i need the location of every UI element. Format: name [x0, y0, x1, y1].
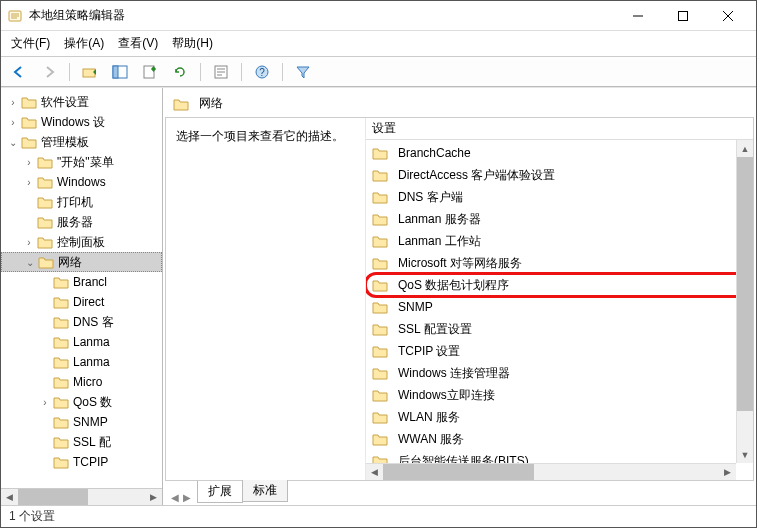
scroll-up-icon[interactable]: ▲: [737, 140, 753, 157]
description-text: 选择一个项目来查看它的描述。: [176, 128, 355, 145]
scroll-left-icon[interactable]: ◀: [366, 464, 383, 480]
close-button[interactable]: [705, 2, 750, 30]
list-item[interactable]: Microsoft 对等网络服务: [366, 252, 753, 274]
tree-item[interactable]: ›控制面板: [1, 232, 162, 252]
list-item[interactable]: Lanman 工作站: [366, 230, 753, 252]
show-hide-tree-button[interactable]: [108, 60, 132, 84]
list-item[interactable]: QoS 数据包计划程序: [366, 274, 753, 296]
scroll-right-icon[interactable]: ▶: [145, 489, 162, 505]
toolbar-separator: [200, 63, 201, 81]
tree-item[interactable]: ›软件设置: [1, 92, 162, 112]
expand-icon[interactable]: ›: [5, 97, 21, 108]
svg-rect-10: [113, 66, 118, 78]
list-hscrollbar[interactable]: ◀ ▶: [366, 463, 736, 480]
tree-item[interactable]: DNS 客: [1, 312, 162, 332]
content-body: 选择一个项目来查看它的描述。 设置 BranchCacheDirectAcces…: [165, 118, 754, 481]
tab-standard[interactable]: 标准: [242, 480, 288, 502]
scroll-down-icon[interactable]: ▼: [737, 446, 753, 463]
scroll-left-icon[interactable]: ◀: [1, 489, 18, 505]
list-item[interactable]: TCPIP 设置: [366, 340, 753, 362]
tab-scroll-right-icon[interactable]: ▶: [183, 492, 191, 503]
tree-item-label: Windows: [57, 175, 106, 189]
expand-icon[interactable]: ›: [21, 157, 37, 168]
list-item-label: Lanman 工作站: [398, 233, 481, 250]
tree-item[interactable]: ›Windows 设: [1, 112, 162, 132]
properties-button[interactable]: [209, 60, 233, 84]
list-item[interactable]: SNMP: [366, 296, 753, 318]
list-item[interactable]: Windows立即连接: [366, 384, 753, 406]
tree-item[interactable]: Micro: [1, 372, 162, 392]
export-button[interactable]: [138, 60, 162, 84]
list-item[interactable]: DNS 客户端: [366, 186, 753, 208]
filter-button[interactable]: [291, 60, 315, 84]
tree-item[interactable]: SSL 配: [1, 432, 162, 452]
folder-icon: [53, 275, 69, 289]
menu-view[interactable]: 查看(V): [118, 35, 158, 52]
expand-icon[interactable]: ›: [21, 237, 37, 248]
menu-file[interactable]: 文件(F): [11, 35, 50, 52]
tree-item[interactable]: SNMP: [1, 412, 162, 432]
list-item[interactable]: WWAN 服务: [366, 428, 753, 450]
refresh-button[interactable]: [168, 60, 192, 84]
list-item-label: DNS 客户端: [398, 189, 463, 206]
tree-item-label: "开始"菜单: [57, 154, 114, 171]
collapse-icon[interactable]: ⌄: [5, 137, 21, 148]
tree-item[interactable]: ›Windows: [1, 172, 162, 192]
tab-extended[interactable]: 扩展: [197, 481, 243, 503]
up-button[interactable]: [78, 60, 102, 84]
tree-item[interactable]: Direct: [1, 292, 162, 312]
list-item[interactable]: BranchCache: [366, 142, 753, 164]
folder-icon: [37, 155, 53, 169]
minimize-button[interactable]: [615, 2, 660, 30]
tree-item-label: 网络: [58, 254, 82, 271]
tree-item[interactable]: 打印机: [1, 192, 162, 212]
list-item[interactable]: Lanman 服务器: [366, 208, 753, 230]
expand-icon[interactable]: ›: [21, 177, 37, 188]
tab-scroll-left-icon[interactable]: ◀: [171, 492, 179, 503]
list-item[interactable]: Windows 连接管理器: [366, 362, 753, 384]
folder-icon: [372, 278, 388, 292]
status-text: 1 个设置: [9, 508, 55, 525]
tree-item[interactable]: Brancl: [1, 272, 162, 292]
list-item[interactable]: DirectAccess 客户端体验设置: [366, 164, 753, 186]
column-header-setting[interactable]: 设置: [366, 118, 753, 140]
expand-icon[interactable]: ›: [37, 397, 53, 408]
list-item[interactable]: WLAN 服务: [366, 406, 753, 428]
list-vscrollbar[interactable]: ▲ ▼: [736, 140, 753, 463]
folder-icon: [53, 295, 69, 309]
menu-action[interactable]: 操作(A): [64, 35, 104, 52]
forward-button[interactable]: [37, 60, 61, 84]
tree-item[interactable]: ⌄管理模板: [1, 132, 162, 152]
tree-list[interactable]: ›软件设置›Windows 设⌄管理模板›"开始"菜单›Windows打印机服务…: [1, 88, 162, 488]
tree-item[interactable]: ›QoS 数: [1, 392, 162, 412]
tree-item[interactable]: TCPIP: [1, 452, 162, 472]
list-item[interactable]: SSL 配置设置: [366, 318, 753, 340]
list-item-label: WLAN 服务: [398, 409, 460, 426]
list-item-label: Windows立即连接: [398, 387, 495, 404]
content-panel: 网络 选择一个项目来查看它的描述。 设置 BranchCacheDirectAc…: [163, 88, 756, 505]
tree-item[interactable]: 服务器: [1, 212, 162, 232]
tree-item-label: Windows 设: [41, 114, 105, 131]
folder-icon: [372, 322, 388, 336]
tree-item-label: SSL 配: [73, 434, 111, 451]
tree-item-label: Lanma: [73, 355, 110, 369]
list-item-label: SNMP: [398, 300, 433, 314]
help-button[interactable]: ?: [250, 60, 274, 84]
app-icon: [7, 8, 23, 24]
tree-item[interactable]: Lanma: [1, 332, 162, 352]
tree-item[interactable]: ⌄网络: [1, 252, 162, 272]
svg-rect-8: [83, 69, 95, 77]
back-button[interactable]: [7, 60, 31, 84]
maximize-button[interactable]: [660, 2, 705, 30]
collapse-icon[interactable]: ⌄: [22, 257, 38, 268]
description-column: 选择一个项目来查看它的描述。: [166, 118, 366, 480]
tree-item[interactable]: Lanma: [1, 352, 162, 372]
scroll-right-icon[interactable]: ▶: [719, 464, 736, 480]
tree-hscrollbar[interactable]: ◀ ▶: [1, 488, 162, 505]
expand-icon[interactable]: ›: [5, 117, 21, 128]
tree-item-label: 控制面板: [57, 234, 105, 251]
folder-icon: [37, 175, 53, 189]
list-item-label: SSL 配置设置: [398, 321, 472, 338]
tree-item[interactable]: ›"开始"菜单: [1, 152, 162, 172]
menu-help[interactable]: 帮助(H): [172, 35, 213, 52]
